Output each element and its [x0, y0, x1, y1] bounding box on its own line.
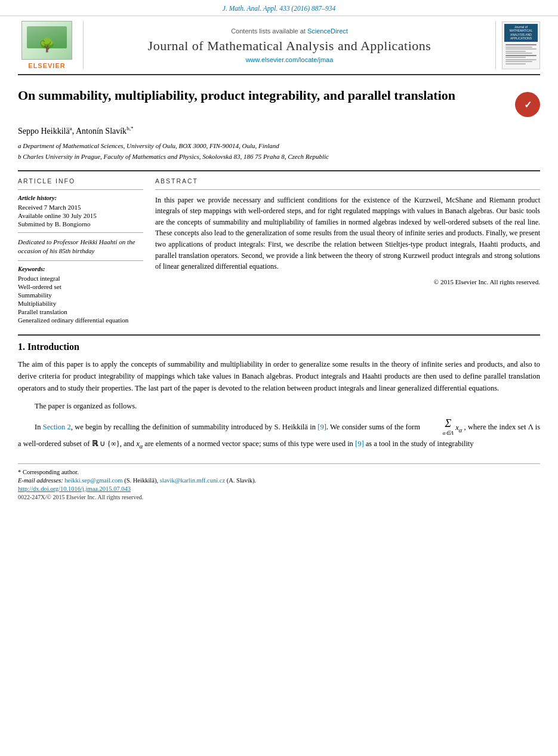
authors-line: Seppo Heikkiläa, Antonín Slavíkb,* — [18, 125, 540, 136]
elsevier-brand-name: ELSEVIER — [28, 62, 65, 69]
journal-thumbnail: Journal of MATHEMATICAL ANALYSIS AND APP… — [495, 21, 540, 69]
journal-reference: J. Math. Anal. Appl. 433 (2016) 887–934 — [0, 0, 558, 16]
footer-emails: E-mail addresses: heikki.sep@gmail.com (… — [18, 477, 540, 484]
article-info-panel: ARTICLE INFO Article history: Received 7… — [18, 177, 143, 325]
affiliations: a Department of Mathematical Sciences, U… — [18, 141, 540, 162]
crossmark-badge[interactable] — [515, 92, 540, 117]
math-sum-expression: Σ α∈Λ xα — [422, 423, 464, 432]
thumb-lines — [504, 44, 538, 66]
section-1-body: The aim of this paper is to apply the co… — [18, 358, 540, 451]
thumb-image: Journal of MATHEMATICAL ANALYSIS AND APP… — [502, 21, 540, 69]
intro-para-2: The paper is organized as follows. — [18, 400, 540, 412]
article-info-heading: ARTICLE INFO — [18, 177, 143, 185]
dedication: Dedicated to Professor Heikki Haahti on … — [18, 238, 143, 256]
sciencedirect-line: Contents lists available at ScienceDirec… — [231, 27, 348, 35]
affiliation-a: a Department of Mathematical Sciences, U… — [18, 141, 540, 151]
intro-para-1: The aim of this paper is to apply the co… — [18, 358, 540, 394]
ref9-link[interactable]: [9] — [317, 423, 326, 432]
author2-name: Antonín Slavík — [76, 127, 127, 136]
journal-header: 🌳 ELSEVIER Contents lists available at S… — [18, 16, 540, 75]
keyword-3: Summability — [18, 291, 143, 299]
paper-title: On summability, multipliability, product… — [18, 87, 503, 105]
keyword-4: Multipliability — [18, 300, 143, 307]
email1-link[interactable]: heikki.sep@gmail.com — [64, 477, 122, 484]
ref9-link2[interactable]: [9] — [355, 440, 364, 448]
title-divider — [18, 170, 540, 171]
main-content: On summability, multipliability, product… — [18, 75, 540, 500]
footer-issn: 0022-247X/© 2015 Elsevier Inc. All right… — [18, 494, 540, 500]
journal-title: Journal of Mathematical Analysis and App… — [148, 38, 431, 54]
abstract-panel: ABSTRACT In this paper we provide necess… — [155, 177, 540, 325]
copyright: © 2015 Elsevier Inc. All rights reserved… — [155, 277, 540, 287]
keyword-6: Generalized ordinary differential equati… — [18, 316, 143, 324]
affiliation-b: b Charles University in Prague, Faculty … — [18, 152, 540, 162]
doi-link[interactable]: http://dx.doi.org/10.1016/j.jmaa.2015.07… — [18, 485, 131, 492]
keyword-5: Parallel translation — [18, 308, 143, 315]
submitted-by: Submitted by B. Bongiorno — [18, 220, 143, 228]
section-1-title: 1. Introduction — [18, 342, 540, 352]
received-date: Received 7 March 2015 — [18, 204, 143, 211]
intro-para-3: In Section 2, we begin by recalling the … — [18, 418, 540, 451]
sciencedirect-link[interactable]: ScienceDirect — [307, 27, 348, 35]
keyword-2: Well-ordered set — [18, 283, 143, 290]
history-label: Article history: — [18, 195, 143, 201]
body-divider — [18, 334, 540, 336]
journal-url: www.elsevier.com/locate/jmaa — [246, 56, 334, 63]
footer: * Corresponding author. E-mail addresses… — [18, 463, 540, 500]
section2-link[interactable]: Section 2 — [43, 423, 71, 432]
abstract-heading: ABSTRACT — [155, 177, 540, 185]
footer-doi: http://dx.doi.org/10.1016/j.jmaa.2015.07… — [18, 485, 540, 492]
available-date: Available online 30 July 2015 — [18, 212, 143, 219]
journal-ref-text: J. Math. Anal. Appl. 433 (2016) 887–934 — [223, 5, 335, 12]
abstract-paragraph: In this paper we provide necessary and s… — [155, 195, 540, 272]
section-introduction: 1. Introduction The aim of this paper is… — [18, 342, 540, 451]
email2-link[interactable]: slavik@karlin.mff.cuni.cz — [160, 477, 226, 484]
paper-title-section: On summability, multipliability, product… — [18, 87, 540, 117]
tree-icon: 🌳 — [39, 38, 55, 53]
abstract-text: In this paper we provide necessary and s… — [155, 195, 540, 287]
author1-name: Seppo Heikkilä — [18, 127, 70, 136]
journal-center: Contents lists available at ScienceDirec… — [84, 21, 495, 69]
thumb-header: Journal of MATHEMATICAL ANALYSIS AND APP… — [504, 24, 538, 42]
keyword-1: Product integral — [18, 275, 143, 282]
keywords-label: Keywords: — [18, 266, 143, 272]
elsevier-logo: 🌳 ELSEVIER — [18, 21, 84, 69]
elsevier-logo-image: 🌳 — [21, 21, 72, 60]
corresponding-note: * Corresponding author. — [18, 469, 540, 475]
article-body: ARTICLE INFO Article history: Received 7… — [18, 177, 540, 325]
